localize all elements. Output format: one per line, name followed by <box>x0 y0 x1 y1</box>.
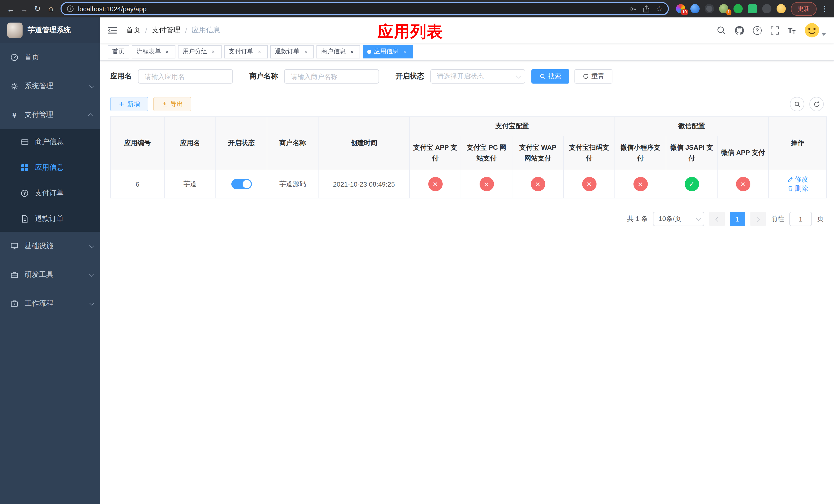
column-header-alipay-wap: 支付宝 WAP 网站支付 <box>512 136 564 170</box>
breadcrumb-home[interactable]: 首页 <box>126 26 140 35</box>
column-group-alipay: 支付宝配置 <box>410 117 615 136</box>
chevron-down-icon <box>696 215 701 221</box>
site-info-icon[interactable] <box>67 5 74 12</box>
github-icon[interactable] <box>734 25 744 35</box>
status-select-placeholder: 请选择开启状态 <box>437 72 484 81</box>
sidebar: 芋道管理系统 首页 系统管理 <box>0 18 100 504</box>
extension-icon-emoji[interactable] <box>776 4 786 13</box>
reset-button[interactable]: 重置 <box>574 69 612 84</box>
extension-icon-green-note[interactable] <box>748 4 757 13</box>
export-button[interactable]: 导出 <box>153 97 191 111</box>
sidebar-item-workflow[interactable]: 工作流程 <box>0 289 100 318</box>
app-name-input[interactable] <box>138 69 233 84</box>
tags-view: 首页 流程表单 用户分组 支付订单 退款订单 商户信息 应用信息 <box>100 43 834 61</box>
page-size-select[interactable]: 10条/页 <box>653 212 704 226</box>
gear-icon <box>10 82 19 90</box>
sidebar-item-payment[interactable]: 支付管理 <box>0 100 100 129</box>
breadcrumb-current: 应用信息 <box>192 26 221 35</box>
close-icon[interactable] <box>401 48 408 55</box>
app-logo[interactable]: 芋道管理系统 <box>0 18 100 43</box>
add-button[interactable]: 新增 <box>110 97 148 111</box>
back-button[interactable] <box>4 2 18 15</box>
edit-link[interactable]: 修改 <box>787 175 808 184</box>
extension-icon-green-circle[interactable] <box>733 4 743 13</box>
tab-home[interactable]: 首页 <box>108 45 129 58</box>
fullscreen-icon[interactable] <box>770 26 779 35</box>
goto-page-input[interactable] <box>789 212 812 226</box>
url-text[interactable]: localhost:1024/pay/app <box>78 5 147 13</box>
tab-process-form[interactable]: 流程表单 <box>132 45 175 58</box>
close-icon[interactable] <box>348 48 355 55</box>
toggle-search-button[interactable] <box>790 97 804 111</box>
extension-icon-pin[interactable] <box>762 4 771 13</box>
browser-menu-icon[interactable] <box>820 4 830 13</box>
tab-app-info-active[interactable]: 应用信息 <box>363 45 413 58</box>
prev-page-button[interactable] <box>709 212 725 226</box>
refresh-table-button[interactable] <box>809 97 824 111</box>
table-toolbar: 新增 导出 <box>110 97 824 111</box>
page-unit-label: 页 <box>817 214 824 224</box>
sidebar-item-home[interactable]: 首页 <box>0 43 100 72</box>
address-bar[interactable]: localhost:1024/pay/app <box>61 2 669 15</box>
status-select[interactable]: 请选择开启状态 <box>430 69 525 84</box>
font-size-icon[interactable] <box>788 26 795 35</box>
apps-table: 应用编号 应用名 开启状态 商户名称 创建时间 支付宝配置 微信配置 操作 支付… <box>110 116 827 199</box>
close-icon[interactable] <box>256 48 263 55</box>
extension-icon-dark-globe[interactable] <box>705 4 714 13</box>
goto-label: 前往 <box>771 214 784 224</box>
tab-merchant-info[interactable]: 商户信息 <box>316 45 360 58</box>
search-form: 应用名 商户名称 开启状态 请选择开启状态 搜索 重置 <box>110 69 824 84</box>
yen-icon <box>10 111 19 119</box>
enabled-toggle[interactable] <box>231 179 251 189</box>
chevron-left-icon <box>715 216 720 222</box>
sidebar-item-system[interactable]: 系统管理 <box>0 72 100 100</box>
breadcrumb-separator <box>185 26 187 35</box>
total-count: 共 1 条 <box>627 214 648 224</box>
extension-icon-blue-gem[interactable] <box>690 4 700 13</box>
reload-button[interactable] <box>31 2 44 15</box>
close-icon[interactable] <box>210 48 217 55</box>
briefcase-icon <box>10 299 19 307</box>
chevron-down-icon <box>89 300 94 305</box>
tab-refund-order[interactable]: 退款订单 <box>270 45 314 58</box>
search-button[interactable]: 搜索 <box>531 69 569 84</box>
sidebar-item-merchant-info[interactable]: 商户信息 <box>0 129 100 155</box>
merchant-name-input[interactable] <box>284 69 379 84</box>
tab-label: 流程表单 <box>136 47 161 56</box>
sidebar-item-app-info[interactable]: 应用信息 <box>0 155 100 181</box>
close-icon[interactable] <box>163 48 171 55</box>
close-icon[interactable] <box>302 48 309 55</box>
help-icon[interactable] <box>753 26 762 35</box>
search-icon <box>794 101 800 108</box>
chevron-up-icon <box>88 113 93 118</box>
extension-icon-colorful[interactable]: 10 <box>676 4 685 13</box>
sidebar-item-infrastructure[interactable]: 基础设施 <box>0 232 100 260</box>
tab-pay-order[interactable]: 支付订单 <box>224 45 268 58</box>
breadcrumb-payment[interactable]: 支付管理 <box>152 26 180 35</box>
password-key-icon[interactable] <box>629 5 636 13</box>
toolbar-right-actions <box>790 97 824 111</box>
current-page-button[interactable]: 1 <box>730 212 745 226</box>
delete-link[interactable]: 删除 <box>787 184 808 193</box>
user-avatar[interactable] <box>804 23 826 38</box>
next-page-button[interactable] <box>750 212 766 226</box>
sidebar-item-pay-order[interactable]: 支付订单 <box>0 181 100 206</box>
extension-icon-avatar[interactable]: 1 <box>719 4 728 13</box>
cell-created-time: 2021-10-23 08:49:25 <box>318 170 410 198</box>
sidebar-item-label: 首页 <box>25 53 39 62</box>
hamburger-icon[interactable] <box>108 25 118 36</box>
extension-badge: 1 <box>726 9 731 15</box>
tab-user-group[interactable]: 用户分组 <box>178 45 222 58</box>
bookmark-star-icon[interactable] <box>656 4 663 13</box>
forward-button[interactable] <box>18 2 31 15</box>
breadcrumb-separator <box>145 26 147 35</box>
reset-button-label: 重置 <box>591 72 604 81</box>
share-icon[interactable] <box>642 5 650 13</box>
sidebar-item-refund-order[interactable]: 退款订单 <box>0 206 100 232</box>
tab-label: 用户分组 <box>182 47 207 56</box>
browser-update-button[interactable]: 更新 <box>791 2 816 16</box>
search-icon[interactable] <box>716 26 725 35</box>
home-button[interactable] <box>44 2 58 15</box>
grid-icon <box>21 164 29 172</box>
sidebar-item-dev-tools[interactable]: 研发工具 <box>0 260 100 289</box>
